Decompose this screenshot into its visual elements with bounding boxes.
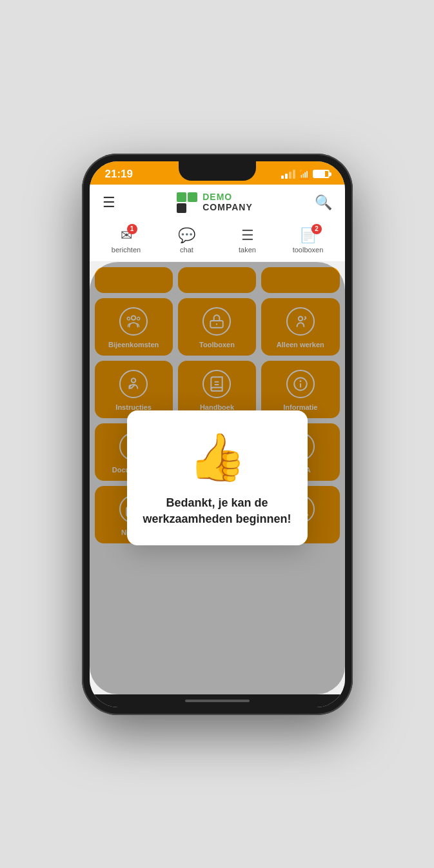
tab-berichten[interactable]: ✉ 1 berichten	[96, 225, 157, 256]
chat-icon-wrap: 💬	[178, 227, 195, 244]
app-header: ☰ DEMO COMPANY 🔍	[90, 185, 345, 221]
menu-icon[interactable]: ☰	[103, 194, 115, 211]
main-content: Bijeenkomsten Toolboxen	[90, 262, 345, 694]
toolboxen-badge: 2	[311, 224, 322, 234]
logo-company: COMPANY	[202, 203, 253, 212]
home-indicator	[90, 694, 345, 707]
logo-squares	[177, 192, 197, 213]
logo-demo: DEMO	[202, 192, 253, 202]
status-time: 21:19	[105, 168, 133, 181]
tab-toolboxen[interactable]: 📄 2 toolboxen	[278, 225, 339, 256]
berichten-label: berichten	[112, 246, 141, 254]
taken-icon: ☰	[241, 227, 254, 243]
logo-area: DEMO COMPANY	[177, 192, 253, 213]
nav-tabs: ✉ 1 berichten 💬 chat ☰ taken 📄	[90, 221, 345, 262]
berichten-icon-wrap: ✉ 1	[121, 227, 132, 244]
signal-icon	[281, 170, 295, 179]
wifi-icon: 📶	[299, 169, 310, 179]
taken-icon-wrap: ☰	[241, 227, 254, 244]
battery-icon	[313, 170, 330, 178]
tab-chat[interactable]: 💬 chat	[157, 225, 217, 256]
toolboxen-icon-wrap: 📄 2	[299, 227, 317, 244]
tab-taken[interactable]: ☰ taken	[217, 225, 278, 256]
berichten-badge: 1	[127, 224, 137, 234]
status-icons: 📶	[281, 169, 330, 179]
thumbs-up-icon: 👍	[188, 430, 246, 485]
modal-message: Bedankt, je kan de werkzaamheden beginne…	[143, 495, 292, 527]
home-bar	[185, 700, 250, 702]
taken-label: taken	[239, 246, 256, 254]
modal-overlay[interactable]: 👍 Bedankt, je kan de werkzaamheden begin…	[90, 262, 345, 694]
logo-text: DEMO COMPANY	[202, 192, 253, 212]
search-icon[interactable]: 🔍	[315, 194, 332, 211]
toolboxen-label: toolboxen	[293, 246, 324, 254]
modal-card: 👍 Bedankt, je kan de werkzaamheden begin…	[127, 410, 308, 545]
notch	[179, 161, 256, 181]
phone-screen: 21:19 📶 ☰	[90, 161, 345, 707]
phone-frame: 21:19 📶 ☰	[82, 154, 353, 715]
chat-icon: 💬	[178, 227, 195, 243]
chat-label: chat	[180, 246, 193, 254]
